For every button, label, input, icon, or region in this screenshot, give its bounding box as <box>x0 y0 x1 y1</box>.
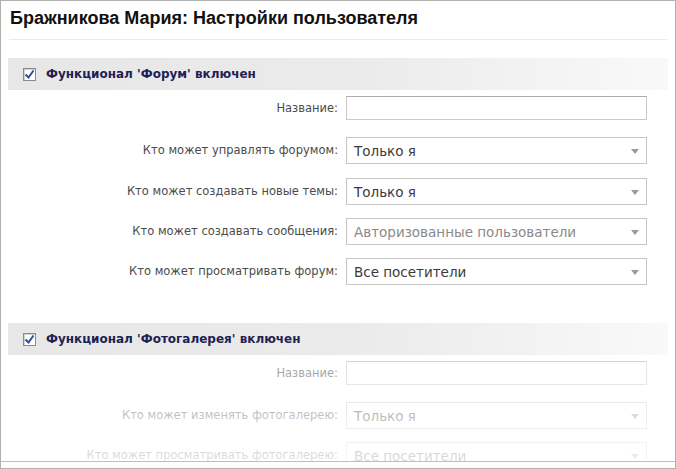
settings-window: Бражникова Мария: Настройки пользователя… <box>0 0 676 469</box>
manage-forum-label: Кто может управлять форумом: <box>1 137 338 164</box>
create-messages-select[interactable]: Авторизованные пользователи <box>346 218 647 245</box>
gallery-enabled-checkbox[interactable] <box>23 333 36 346</box>
create-topics-label: Кто может создавать новые темы: <box>1 178 338 205</box>
settings-content: Бражникова Мария: Настройки пользователя… <box>1 1 675 462</box>
forum-enabled-checkbox[interactable] <box>23 68 36 81</box>
create-messages-label: Кто может создавать сообщения: <box>1 218 338 245</box>
checkmark-icon <box>24 334 35 345</box>
section-gallery-title: Функционал 'Фотогалерея' включен <box>46 332 301 346</box>
chevron-down-icon <box>631 414 639 419</box>
checkmark-icon <box>24 69 35 80</box>
gallery-name-input[interactable] <box>346 361 647 385</box>
chevron-down-icon <box>631 230 639 235</box>
view-gallery-select[interactable]: Все посетители <box>346 442 647 462</box>
manage-forum-select[interactable]: Только я <box>346 137 647 164</box>
section-forum-header: Функционал 'Форум' включен <box>8 58 668 90</box>
page-title: Бражникова Мария: Настройки пользователя <box>10 8 418 29</box>
edit-gallery-select[interactable]: Только я <box>346 402 647 429</box>
forum-name-label: Название: <box>1 96 338 120</box>
forum-name-input[interactable] <box>346 96 647 120</box>
chevron-down-icon <box>631 190 639 195</box>
chevron-down-icon <box>631 270 639 275</box>
section-gallery-header: Функционал 'Фотогалерея' включен <box>8 323 668 355</box>
title-divider <box>9 39 667 40</box>
view-forum-label: Кто может просматривать форум: <box>1 258 338 285</box>
edit-gallery-label: Кто может изменять фотогалерею: <box>1 402 338 429</box>
chevron-down-icon <box>631 454 639 459</box>
create-topics-select[interactable]: Только я <box>346 178 647 205</box>
gallery-name-label: Название: <box>1 361 338 385</box>
view-forum-select[interactable]: Все посетители <box>346 258 647 285</box>
section-forum-title: Функционал 'Форум' включен <box>46 67 256 81</box>
view-gallery-label: Кто может просматривать фотогалерею: <box>1 442 338 462</box>
chevron-down-icon <box>631 149 639 154</box>
